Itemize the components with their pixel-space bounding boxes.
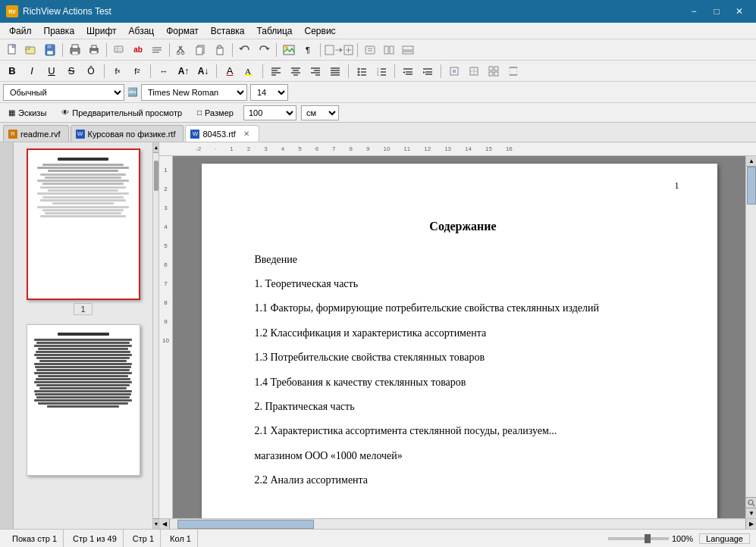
print-button[interactable] xyxy=(85,42,103,58)
border-button2[interactable] xyxy=(465,63,483,80)
tab-physics[interactable]: W Курсовая по физике.rtf xyxy=(71,125,184,142)
thumbnail-scrollbar[interactable]: ▲ ▼ xyxy=(152,142,158,529)
status-language[interactable]: Language xyxy=(699,533,750,544)
thumbnail-1-number: 1 xyxy=(74,303,92,315)
menubar: Файл Правка Шрифт Абзац Формат Вставка Т… xyxy=(0,23,756,39)
print-preview-button[interactable] xyxy=(66,42,84,58)
thumbnails-button[interactable]: ▦ Эскизы xyxy=(3,106,52,120)
scroll-right-arrow[interactable]: ▶ xyxy=(745,519,756,530)
redo-button[interactable] xyxy=(255,42,273,58)
menu-service[interactable]: Сервис xyxy=(299,23,342,39)
font-decrease-button[interactable]: A↓ xyxy=(194,63,212,80)
ruler-mark: 3 xyxy=(264,145,267,152)
v-ruler-mark: 9 xyxy=(164,318,167,325)
tab-readme[interactable]: R readme.rvf xyxy=(3,125,69,142)
svg-marker-78 xyxy=(403,71,405,73)
new-button[interactable] xyxy=(3,42,21,58)
close-button[interactable]: ✕ xyxy=(729,3,750,20)
svg-rect-11 xyxy=(91,51,97,54)
align-left-button[interactable] xyxy=(267,63,285,80)
svg-point-67 xyxy=(358,73,360,76)
menu-edit[interactable]: Правка xyxy=(38,23,81,39)
status-page-count: Стр 1 из 49 xyxy=(67,530,124,547)
preview-button[interactable]: 👁 Предварительный просмотр xyxy=(56,106,187,120)
v-ruler-mark: 6 xyxy=(164,261,167,268)
search-icon-button[interactable] xyxy=(746,497,756,508)
font-color-button[interactable]: A xyxy=(221,63,239,80)
align-center-button[interactable] xyxy=(287,63,305,80)
indent-increase-button[interactable] xyxy=(419,63,437,80)
status-col2: Кол 1 xyxy=(164,530,198,547)
menu-insert[interactable]: Вставка xyxy=(205,23,251,39)
paste-button[interactable] xyxy=(211,42,229,58)
extra2-button[interactable] xyxy=(380,42,398,58)
image-button[interactable] xyxy=(280,42,298,58)
align-justify-button[interactable] xyxy=(326,63,344,80)
overline-button[interactable]: Ō xyxy=(82,63,100,80)
bold-button[interactable]: B xyxy=(3,63,21,80)
vertical-scrollbar[interactable]: ▲ ▼ xyxy=(745,156,756,518)
menu-file[interactable]: Файл xyxy=(3,23,38,39)
menu-font[interactable]: Шрифт xyxy=(80,23,122,39)
fmt-sep-6 xyxy=(394,64,395,78)
svg-rect-7 xyxy=(72,45,78,48)
extra3-button[interactable] xyxy=(399,42,417,58)
size-select[interactable]: 14 xyxy=(250,84,288,101)
font-increase-button[interactable]: A↑ xyxy=(174,63,193,80)
zoom-in-button[interactable] xyxy=(324,42,354,58)
formula1-button[interactable]: fx xyxy=(108,63,127,80)
thumb-scroll-up[interactable]: ▲ xyxy=(153,142,159,153)
highlight-button[interactable]: A xyxy=(240,63,259,80)
border-button3[interactable] xyxy=(485,63,503,80)
list-bullet-button[interactable] xyxy=(353,63,371,80)
menu-paragraph[interactable]: Абзац xyxy=(123,23,161,39)
scroll-left-arrow[interactable]: ◀ xyxy=(159,519,170,530)
tb5[interactable] xyxy=(148,42,166,58)
border-button1[interactable] xyxy=(445,63,463,80)
thumbnail-2-container[interactable] xyxy=(27,324,140,476)
tab-close-80453[interactable]: ✕ xyxy=(242,130,251,139)
tab-80453[interactable]: W 80453.rtf ✕ xyxy=(185,125,259,142)
preview-icon: 👁 xyxy=(61,108,69,117)
horizontal-scrollbar[interactable]: ◀ ▶ xyxy=(159,518,756,529)
style-select[interactable]: Обычный xyxy=(3,84,124,101)
tab-icon-80453: W xyxy=(190,130,199,139)
indent-decrease-button[interactable] xyxy=(399,63,417,80)
border-button4[interactable] xyxy=(504,63,522,80)
special-char-button[interactable]: ¶ xyxy=(299,42,317,58)
menu-table[interactable]: Таблица xyxy=(250,23,298,39)
scroll-down-arrow[interactable]: ▼ xyxy=(746,508,756,518)
arrow-left-button[interactable]: ↔ xyxy=(155,63,173,80)
minimize-button[interactable]: − xyxy=(683,3,704,20)
doc-section-2-1-cont: магазином ООО «1000 мелочей» xyxy=(255,448,672,464)
unit-select[interactable]: см xyxy=(301,105,339,120)
align-right-button[interactable] xyxy=(306,63,325,80)
svg-rect-87 xyxy=(494,67,498,70)
page-number: 1 xyxy=(675,179,679,193)
save-button[interactable] xyxy=(41,42,59,58)
undo-button[interactable] xyxy=(236,42,254,58)
formula2-button[interactable]: f2 xyxy=(128,63,146,80)
menu-format[interactable]: Формат xyxy=(160,23,205,39)
italic-button[interactable]: I xyxy=(23,63,41,80)
svg-rect-5 xyxy=(47,51,53,55)
open-button[interactable] xyxy=(22,42,40,58)
maximize-button[interactable]: □ xyxy=(706,3,727,20)
zoom-select[interactable]: 100 xyxy=(243,105,296,120)
tb3[interactable] xyxy=(110,42,128,58)
extra1-button[interactable] xyxy=(361,42,379,58)
thumb-scroll-down[interactable]: ▼ xyxy=(153,518,159,529)
font-select[interactable]: Times New Roman xyxy=(141,84,247,101)
copy-button[interactable] xyxy=(192,42,210,58)
doc-scroll[interactable]: 1 Содержание Введение 1. Теоретическая ч… xyxy=(173,156,745,518)
cut-button[interactable] xyxy=(173,42,191,58)
size-button[interactable]: □ Размер xyxy=(192,106,239,120)
strikethrough-button[interactable]: S xyxy=(62,63,80,80)
toolbar-separator-5 xyxy=(276,43,277,57)
zoom-slider[interactable] xyxy=(608,537,669,540)
list-numbered-button[interactable]: 1.2.3. xyxy=(372,63,391,80)
tb4[interactable]: ab xyxy=(129,42,147,58)
scroll-up-arrow[interactable]: ▲ xyxy=(746,156,756,167)
thumbnail-1-container[interactable]: 1 xyxy=(27,148,140,315)
underline-button[interactable]: U xyxy=(42,63,61,80)
